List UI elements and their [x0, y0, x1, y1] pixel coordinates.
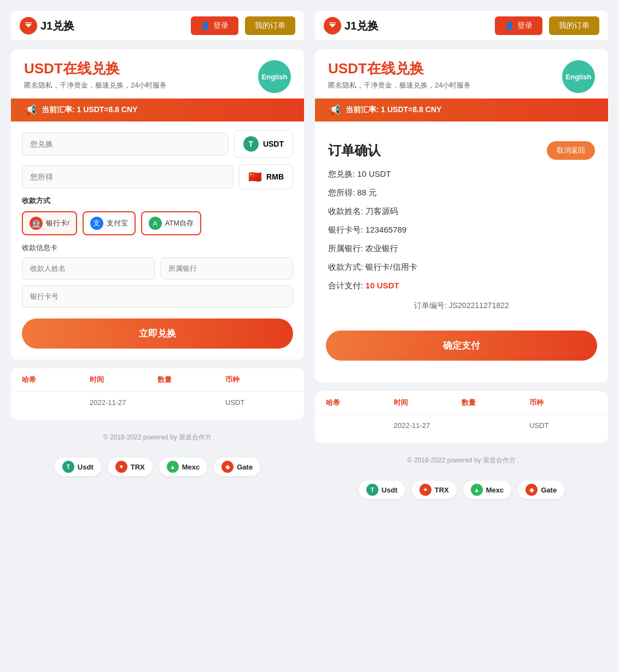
right-hero: USDT在线兑换 匿名隐私，干净资金，极速兑换，24小时服务 English [315, 49, 608, 99]
right-hero-left: USDT在线兑换 匿名隐私，干净资金，极速兑换，24小时服务 [328, 60, 471, 90]
th-hash: 哈希 [22, 375, 90, 385]
usdt-label: USDT [263, 140, 284, 148]
left-logo: J1兑换 [20, 17, 74, 34]
right-td-currency: USDT [529, 421, 597, 430]
card-name-input[interactable] [22, 257, 155, 280]
exchange-input[interactable] [22, 132, 229, 155]
td-time: 2022-11-27 [90, 398, 157, 407]
right-english-button[interactable]: English [562, 60, 595, 93]
left-footer: © 2018-2022 powered by 渠道合作方 [11, 428, 304, 444]
right-panel: J1兑换 👤 登录 我的订单 USDT在线兑换 匿名隐私，干净资金，极速兑换，2… [315, 11, 608, 661]
page-wrapper: J1兑换 👤 登录 我的订单 USDT在线兑换 匿名隐私，干净资金，极速兑换，2… [11, 11, 608, 661]
right-th-currency: 币种 [529, 398, 597, 408]
speaker-icon: 📢 [24, 104, 36, 116]
right-header: J1兑换 👤 登录 我的订单 [315, 11, 608, 40]
right-rate-bar: 📢 当前汇率: 1 USDT=8.8 CNY [315, 99, 608, 121]
left-login-button[interactable]: 👤 登录 [191, 16, 238, 35]
left-table-header: 哈希 时间 数量 币种 [11, 368, 304, 392]
usdt-badge: T USDT [234, 130, 293, 158]
left-hero-subtitle: 匿名隐私，干净资金，极速兑换，24小时服务 [24, 80, 167, 90]
rmb-label: RMB [266, 172, 284, 181]
coin-trx: ✦ TRX [108, 457, 153, 476]
left-header: J1兑换 👤 登录 我的订单 [11, 11, 304, 40]
right-logo: J1兑换 [324, 17, 378, 34]
left-table-row: 2022-11-27 USDT [11, 392, 304, 413]
right-login-button[interactable]: 👤 登录 [495, 16, 542, 35]
rmb-badge: 🇨🇳 RMB [239, 164, 293, 189]
right-th-amount: 数量 [462, 398, 529, 408]
right-coin-usdt: T Usdt [359, 480, 405, 499]
mexc-coin-label: Mexc [182, 463, 200, 471]
right-coin-mexc: ▲ Mexc [463, 480, 512, 499]
right-coin-trx: ✦ TRX [412, 480, 457, 499]
right-usdt-coin-icon: T [366, 484, 378, 496]
right-trx-coin-label: TRX [435, 486, 449, 494]
cancel-button[interactable]: 取消返回 [547, 141, 595, 160]
left-english-button[interactable]: English [258, 60, 291, 93]
total-label: 合计支付: [328, 281, 365, 290]
right-th-time: 时间 [394, 398, 462, 408]
order-card-line: 银行卡号: 123465789 [328, 223, 595, 236]
gate-coin-label: Gate [237, 463, 253, 471]
left-panel: J1兑换 👤 登录 我的订单 USDT在线兑换 匿名隐私，干净资金，极速兑换，2… [11, 11, 304, 661]
pay-alipay-button[interactable]: 支 支付宝 [83, 211, 136, 235]
gate-coin-icon: ◈ [221, 461, 233, 473]
pay-bank-button[interactable]: 🏦 银行卡/ [22, 211, 77, 235]
right-coin-gate: ◈ Gate [518, 480, 564, 499]
pay-atm-button[interactable]: A ATM自存 [141, 211, 201, 235]
submit-button[interactable]: 立即兑换 [22, 318, 293, 349]
payment-method-label: 收款方式 [22, 196, 293, 206]
trx-coin-icon: ✦ [115, 461, 127, 473]
right-logo-icon [324, 17, 341, 34]
right-orders-button[interactable]: 我的订单 [549, 16, 599, 35]
left-rate-text: 当前汇率: 1 USDT=8.8 CNY [42, 105, 137, 115]
order-total-line: 合计支付: 10 USDT [328, 279, 595, 292]
bank-label: 银行卡/ [46, 218, 69, 228]
right-hero-subtitle: 匿名隐私，干净资金，极速兑换，24小时服务 [328, 80, 471, 90]
order-exchange-line: 您兑换: 10 USDT [328, 167, 595, 181]
right-th-hash: 哈希 [326, 398, 394, 408]
order-method-line: 收款方式: 银行卡/信用卡 [328, 260, 595, 274]
left-hero-title: USDT在线兑换 [24, 60, 167, 77]
atm-label: ATM自存 [165, 218, 194, 228]
get-input[interactable] [22, 165, 233, 188]
order-details: 您兑换: 10 USDT 您所得: 88 元 收款姓名: 刀客源码 银行卡号: … [315, 165, 608, 331]
card-info-label: 收款信息卡 [22, 243, 293, 253]
left-form: T USDT 🇨🇳 RMB 收款方式 🏦 银行卡/ [11, 130, 304, 349]
confirm-payment-button[interactable]: 确定支付 [326, 331, 597, 361]
confirm-btn-wrapper: 确定支付 [315, 331, 608, 372]
left-rate-bar: 📢 当前汇率: 1 USDT=8.8 CNY [11, 99, 304, 121]
bank-icon: 🏦 [30, 217, 43, 230]
bank-name-input[interactable] [160, 257, 293, 280]
card-number-input[interactable] [22, 285, 293, 308]
right-td-hash [326, 421, 394, 430]
usdt-coin-label: Usdt [78, 463, 94, 471]
right-mexc-coin-label: Mexc [486, 486, 504, 494]
usdt-coin-icon: T [62, 461, 74, 473]
right-hero-title: USDT在线兑换 [328, 60, 471, 77]
right-gate-coin-label: Gate [541, 486, 557, 494]
right-main-card: USDT在线兑换 匿名隐私，干净资金，极速兑换，24小时服务 English 📢… [315, 49, 608, 383]
right-rate-text: 当前汇率: 1 USDT=8.8 CNY [346, 105, 441, 115]
login-icon: 👤 [201, 21, 210, 30]
get-row: 🇨🇳 RMB [22, 164, 293, 189]
right-coin-badges: T Usdt ✦ TRX ▲ Mexc ◈ Gate [315, 476, 608, 499]
left-orders-button[interactable]: 我的订单 [245, 16, 295, 35]
right-footer: © 2018-2022 powered by 渠道合作方 [315, 451, 608, 467]
right-td-time: 2022-11-27 [394, 421, 462, 430]
atm-icon: A [149, 217, 162, 230]
logo-icon [20, 17, 37, 34]
right-logo-text: J1兑换 [344, 19, 378, 33]
right-table-row: 2022-11-27 USDT [315, 415, 608, 436]
coin-gate: ◈ Gate [214, 457, 260, 476]
right-gate-coin-icon: ◈ [525, 484, 538, 496]
td-amount [157, 398, 225, 407]
logo-text: J1兑换 [40, 19, 74, 33]
right-speaker-icon: 📢 [328, 104, 340, 116]
order-number: 订单编号: JS202211271822 [328, 301, 595, 311]
left-hero: USDT在线兑换 匿名隐私，干净资金，极速兑换，24小时服务 English [11, 49, 304, 99]
right-td-amount [462, 421, 529, 430]
hero-left: USDT在线兑换 匿名隐私，干净资金，极速兑换，24小时服务 [24, 60, 167, 90]
mexc-coin-icon: ▲ [167, 461, 179, 473]
alipay-label: 支付宝 [107, 218, 128, 228]
